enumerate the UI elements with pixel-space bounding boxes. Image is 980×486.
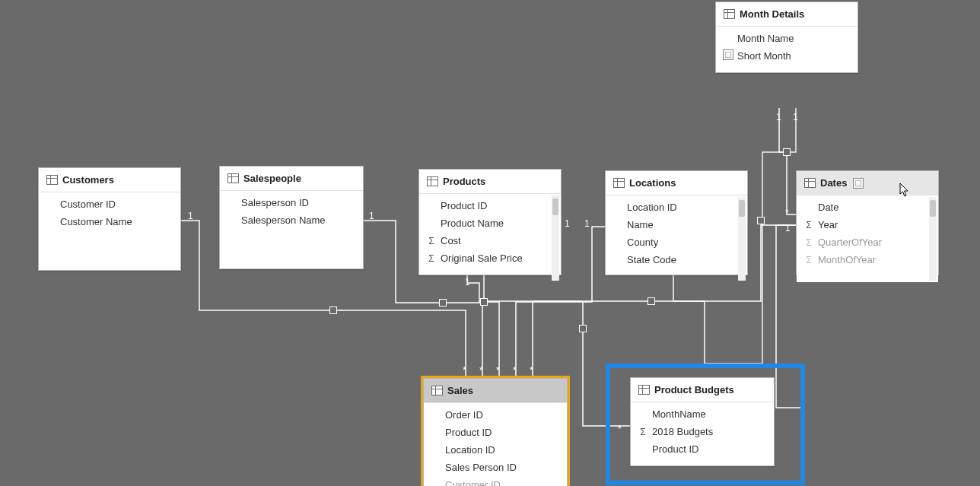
- field-label: Product ID: [652, 443, 698, 455]
- field-row[interactable]: Location ID: [424, 441, 567, 459]
- field-row[interactable]: Month Name: [716, 30, 858, 47]
- field-label: MonthOfYear: [818, 254, 876, 265]
- field-label: QuarterOfYear: [818, 237, 882, 248]
- relationship-anchor[interactable]: [757, 217, 765, 224]
- table-header[interactable]: Product Budgets: [631, 378, 774, 402]
- table-title: Customers: [62, 174, 114, 186]
- table-title: Dates: [820, 177, 847, 189]
- scrollbar[interactable]: [929, 197, 937, 281]
- model-canvas[interactable]: 1 1 1 1 1 1 1 * 1 * * * * * * Month Deta…: [0, 0, 980, 486]
- field-row[interactable]: ΣYear: [797, 216, 928, 233]
- field-label: Order ID: [445, 409, 483, 421]
- cardinality-label: 1: [785, 224, 791, 233]
- scrollbar[interactable]: [552, 195, 559, 281]
- table-icon: [613, 178, 625, 188]
- field-label: Year: [818, 219, 838, 230]
- relationship-anchor[interactable]: [480, 298, 488, 306]
- field-label: Month Name: [737, 33, 794, 44]
- field-row[interactable]: ΣQuarterOfYear: [797, 233, 928, 251]
- relationship-anchor[interactable]: [783, 148, 791, 156]
- relationship-anchor[interactable]: [329, 307, 337, 314]
- field-label: Original Sale Price: [441, 253, 523, 264]
- field-row[interactable]: Product ID: [631, 440, 774, 458]
- cardinality-label: *: [479, 366, 483, 375]
- table-icon: [427, 176, 438, 186]
- table-title: Product Budgets: [654, 384, 734, 395]
- field-row[interactable]: State Code: [606, 251, 737, 268]
- field-row[interactable]: Customer ID: [39, 195, 180, 213]
- field-label: MonthName: [652, 408, 706, 420]
- table-header[interactable]: Dates: [797, 171, 938, 195]
- cardinality-label: *: [785, 208, 789, 218]
- table-header[interactable]: Locations: [606, 171, 747, 195]
- table-icon: [638, 385, 650, 395]
- table-header[interactable]: Customers: [39, 168, 180, 192]
- field-label: Date: [818, 202, 838, 213]
- field-row[interactable]: Customer Name: [39, 213, 180, 230]
- table-month-details[interactable]: Month Details Month Name Short Month: [715, 2, 858, 73]
- table-title: Locations: [629, 177, 676, 189]
- sigma-icon: Σ: [425, 236, 438, 246]
- cardinality-label: 1: [188, 211, 193, 221]
- field-label: Customer ID: [445, 479, 501, 486]
- field-row[interactable]: ΣMonthOfYear: [797, 251, 928, 268]
- relationship-anchor[interactable]: [648, 297, 655, 305]
- table-icon: [804, 178, 816, 188]
- table-salespeople[interactable]: Salespeople Salesperson ID Salesperson N…: [219, 166, 364, 269]
- field-label: Customer Name: [60, 216, 132, 227]
- sigma-icon: Σ: [803, 237, 815, 248]
- field-label: Customer ID: [60, 199, 116, 210]
- table-dates[interactable]: Dates Date ΣYear ΣQuarterOfYear ΣMonthOf…: [796, 170, 939, 275]
- cardinality-label: *: [618, 424, 622, 434]
- table-locations[interactable]: Locations Location ID Name County State …: [605, 170, 748, 275]
- cardinality-label: 1: [369, 211, 374, 221]
- sigma-icon: Σ: [803, 220, 815, 230]
- table-title: Salespeople: [243, 173, 301, 184]
- field-row[interactable]: Short Month: [716, 47, 858, 65]
- field-row[interactable]: Date: [797, 199, 928, 216]
- table-title: Sales: [447, 385, 473, 396]
- table-products[interactable]: Products Product ID Product Name ΣCost Σ…: [418, 169, 562, 275]
- table-sales[interactable]: Sales Order ID Product ID Location ID Sa…: [423, 378, 568, 486]
- field-row[interactable]: Salesperson ID: [220, 194, 363, 211]
- table-header[interactable]: Month Details: [716, 2, 858, 27]
- field-row[interactable]: Product Name: [419, 214, 550, 232]
- field-row[interactable]: ΣOriginal Sale Price: [419, 249, 550, 267]
- date-hierarchy-icon: [853, 178, 864, 189]
- field-row[interactable]: Product ID: [419, 197, 550, 214]
- cardinality-label: 1: [793, 113, 798, 122]
- field-row[interactable]: Salesperson Name: [220, 211, 363, 229]
- field-row[interactable]: Order ID: [424, 406, 567, 424]
- field-row[interactable]: ΣCost: [419, 232, 550, 249]
- table-title: Month Details: [740, 8, 804, 20]
- table-customers[interactable]: Customers Customer ID Customer Name: [38, 167, 181, 271]
- field-label: Cost: [441, 235, 461, 246]
- field-row[interactable]: Product ID: [424, 424, 567, 441]
- field-label: Name: [627, 219, 654, 230]
- relationship-anchor[interactable]: [579, 325, 587, 332]
- field-label: Product ID: [441, 200, 487, 211]
- sigma-icon: Σ: [637, 427, 649, 437]
- table-icon: [46, 175, 58, 185]
- field-label: Salesperson ID: [241, 197, 309, 208]
- cardinality-label: 1: [776, 113, 781, 122]
- field-row[interactable]: Sales Person ID: [424, 459, 567, 476]
- table-header[interactable]: Products: [419, 170, 561, 194]
- field-row[interactable]: MonthName: [631, 405, 774, 423]
- field-row[interactable]: Name: [606, 216, 737, 233]
- table-header[interactable]: Sales: [424, 379, 567, 403]
- field-label: Short Month: [737, 50, 791, 62]
- field-row[interactable]: Location ID: [606, 199, 737, 216]
- field-row[interactable]: Σ2018 Budgets: [631, 423, 774, 440]
- field-label: County: [627, 237, 658, 248]
- table-icon: [724, 9, 735, 19]
- field-label: Sales Person ID: [445, 462, 517, 473]
- hierarchy-icon: [722, 49, 734, 62]
- field-row[interactable]: County: [606, 233, 737, 251]
- scrollbar[interactable]: [738, 197, 746, 281]
- relationship-anchor[interactable]: [439, 299, 447, 307]
- field-row[interactable]: Customer ID: [424, 476, 567, 486]
- table-header[interactable]: Salespeople: [220, 167, 363, 191]
- table-product-budgets[interactable]: Product Budgets MonthName Σ2018 Budgets …: [630, 377, 775, 466]
- sigma-icon: Σ: [803, 255, 815, 265]
